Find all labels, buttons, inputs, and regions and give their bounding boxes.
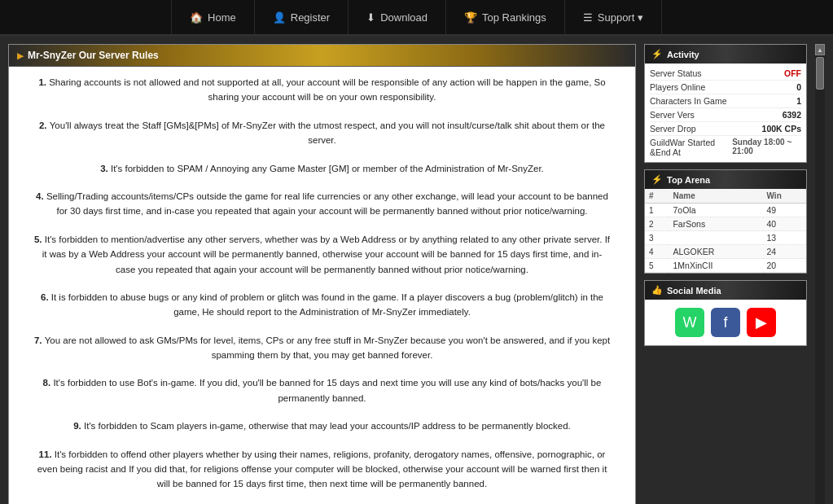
rule-item: 2. You'll always treat the Staff [GMs]&[… [33,118,611,148]
arena-row: 4 ALGOKER 24 [645,245,806,259]
content-header: ▶ Mr-SnyZer Our Server Rules [9,45,635,67]
navbar: 🏠 Home 👤 Register ⬇ Download 🏆 Top Ranki… [0,0,833,36]
arena-row: 3 13 [645,231,806,245]
activity-label: Activity [667,50,699,59]
arena-col-rank: # [645,189,669,204]
arena-rank: 4 [645,245,669,259]
rules-body: 1. Sharing accounts is not allowed and n… [9,67,635,504]
social-box: 👍 Social Media W f ▶ [644,280,807,346]
activity-box: ⚡ Activity Server StatusOFFPlayers Onlin… [644,44,807,163]
rule-item: 3. It's forbidden to SPAM / Annoying any… [33,161,611,176]
activity-row-label: Server Vers [650,110,695,120]
activity-row-label: GuildWar Started &End At [650,138,732,157]
arena-win: 20 [763,259,807,273]
arena-row: 5 1MnXinCII 20 [645,259,806,273]
nav-support[interactable]: ☰ Support ▾ [565,0,662,35]
rule-item: 6. It is forbidden to abuse bugs or any … [33,290,611,320]
arena-win: 40 [763,217,807,231]
rule-item: 9. It's forbidden to Scam players in-gam… [33,419,611,433]
content-area: ▶ Mr-SnyZer Our Server Rules 1. Sharing … [8,44,636,504]
activity-row: Server Vers6392 [650,108,801,122]
rule-item: 8. It's forbidden to use Bot's in-game. … [33,375,611,405]
arena-name [669,231,762,245]
youtube-button[interactable]: ▶ [747,308,776,337]
arena-row: 2 FarSons 40 [645,217,806,231]
arena-box: ⚡ Top Arena # Name Win 1 7oOla 49 2 FarS… [644,169,807,274]
activity-row-value: 100K CPs [762,124,801,134]
activity-row-value: 6392 [783,110,801,120]
rule-item: 4. Selling/Trading accounts/items/CPs ou… [33,189,611,219]
arena-rank: 5 [645,259,669,273]
header-arrow-icon: ▶ [17,51,24,60]
home-icon: 🏠 [190,11,203,24]
arena-win: 24 [763,245,807,259]
social-body: W f ▶ [645,300,806,345]
activity-row: Characters In Game1 [650,94,801,108]
arena-icon: ⚡ [651,174,663,185]
rule-item: 5. It's forbidden to mention/advertise a… [33,232,611,277]
social-label: Social Media [667,286,721,296]
content-title: Mr-SnyZer Our Server Rules [28,50,159,61]
rule-item: 7. You are not allowed to ask GMs/PMs fo… [33,333,611,363]
activity-row-value: OFF [784,68,801,78]
scrollbar[interactable]: ▲ ▼ [815,44,825,504]
arena-name: 7oOla [669,204,762,217]
register-icon: 👤 [273,11,286,24]
nav-download[interactable]: ⬇ Download [349,0,446,35]
activity-row: Players Online0 [650,81,801,94]
arena-header: ⚡ Top Arena [645,170,806,189]
social-header: 👍 Social Media [645,281,806,300]
arena-rank: 3 [645,231,669,245]
activity-row: GuildWar Started &End AtSunday 18:00 ~ 2… [650,136,801,159]
rule-item: 1. Sharing accounts is not allowed and n… [33,75,611,105]
social-icon-header: 👍 [651,285,663,296]
trophy-icon: 🏆 [464,11,477,24]
download-icon: ⬇ [366,11,375,24]
arena-rank: 1 [645,204,669,217]
activity-row-value: Sunday 18:00 ~ 21:00 [732,138,801,157]
arena-win: 13 [763,231,807,245]
arena-row: 1 7oOla 49 [645,204,806,217]
arena-col-name: Name [669,189,762,204]
arena-label: Top Arena [667,175,710,185]
nav-register[interactable]: 👤 Register [255,0,349,35]
main-wrapper: ▶ Mr-SnyZer Our Server Rules 1. Sharing … [0,36,833,504]
arena-rank: 2 [645,217,669,231]
arena-win: 49 [763,204,807,217]
activity-row-label: Characters In Game [650,96,727,106]
activity-header: ⚡ Activity [645,45,806,64]
arena-col-win: Win [763,189,807,204]
sidebar: ⚡ Activity Server StatusOFFPlayers Onlin… [644,44,807,504]
activity-table: Server StatusOFFPlayers Online0Character… [645,64,806,162]
nav-home[interactable]: 🏠 Home [171,0,255,35]
scroll-up-button[interactable]: ▲ [815,44,825,55]
facebook-button[interactable]: f [711,308,740,337]
activity-row-label: Server Status [650,68,702,78]
activity-row-value: 1 [796,96,801,106]
arena-table: # Name Win 1 7oOla 49 2 FarSons 40 3 13 … [645,189,806,273]
activity-row: Server StatusOFF [650,67,801,81]
whatsapp-button[interactable]: W [675,308,704,337]
activity-row: Server Drop100K CPs [650,122,801,136]
activity-row-label: Players Online [650,82,705,92]
activity-icon: ⚡ [651,49,663,59]
nav-top-rankings[interactable]: 🏆 Top Rankings [446,0,565,35]
scroll-track [815,55,825,504]
scroll-thumb[interactable] [816,57,824,90]
activity-row-value: 0 [796,82,801,92]
activity-row-label: Server Drop [650,124,696,134]
arena-name: ALGOKER [669,245,762,259]
menu-icon: ☰ [583,11,593,24]
rule-item: 11. It's forbidden to offend other playe… [33,447,611,492]
arena-name: FarSons [669,217,762,231]
arena-name: 1MnXinCII [669,259,762,273]
